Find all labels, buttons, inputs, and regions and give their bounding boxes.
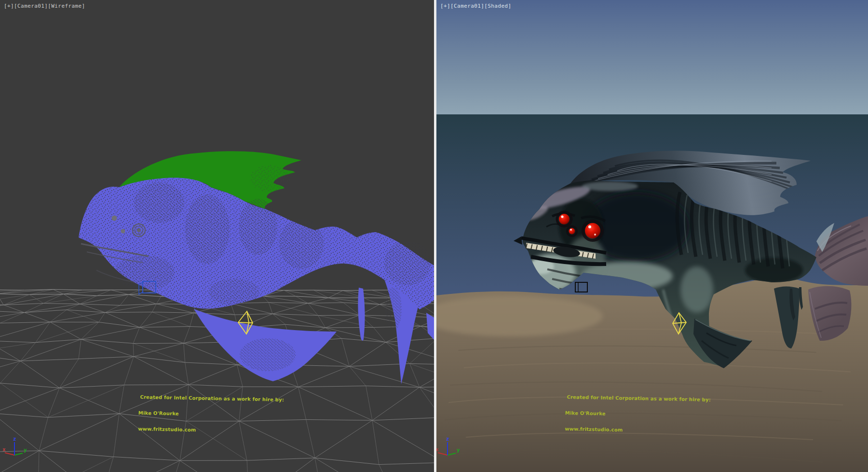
- attribution-line: www.fritzstudio.com: [138, 426, 284, 434]
- eye-specular: [588, 225, 591, 228]
- axis-y-label: y: [24, 447, 27, 453]
- eye-dot: [121, 229, 125, 234]
- axis-z-label: z: [446, 436, 449, 442]
- axis-z-label: z: [13, 436, 16, 442]
- eye-red: [569, 228, 575, 235]
- viewport-label-shaded[interactable]: [+][Camera01][Shaded]: [440, 3, 511, 9]
- axis-x-label: x: [436, 446, 439, 453]
- eye-dot: [112, 216, 117, 221]
- axis-x-label: x: [2, 446, 6, 453]
- attribution-text: Created for Intel Corporation as a work …: [138, 384, 285, 445]
- attribution-line: Mike O'Rourke: [565, 410, 711, 418]
- attribution-line: Created for Intel Corporation as a work …: [567, 394, 711, 403]
- viewport-label-wireframe[interactable]: [+][Camera01][Wireframe]: [4, 3, 85, 9]
- eye-red: [585, 223, 600, 238]
- viewport-wireframe[interactable]: x y z [+][Camera01][Wireframe] Created f…: [0, 0, 434, 472]
- eye-specular: [570, 229, 572, 231]
- axis-y-label: y: [457, 447, 460, 453]
- sky: [436, 0, 868, 115]
- 3d-app-viewport-area: x y z [+][Camera01][Wireframe] Created f…: [0, 0, 868, 472]
- attribution-line: Mike O'Rourke: [138, 410, 284, 418]
- viewport-shaded[interactable]: x y z [+][Camera01][Shaded] Created for …: [436, 0, 868, 472]
- axis-tripod: x y z: [2, 436, 27, 455]
- attribution-line: Created for Intel Corporation as a work …: [140, 394, 284, 403]
- eye-specular: [594, 234, 596, 236]
- tail-fin-edge[interactable]: [426, 313, 434, 340]
- attribution-text: Created for Intel Corporation as a work …: [565, 384, 711, 445]
- eye-red: [559, 214, 570, 224]
- attribution-line: www.fritzstudio.com: [565, 426, 710, 434]
- fin-streamer[interactable]: [358, 288, 365, 341]
- fish-model-wireframe[interactable]: [79, 151, 434, 384]
- eye-specular: [561, 216, 564, 218]
